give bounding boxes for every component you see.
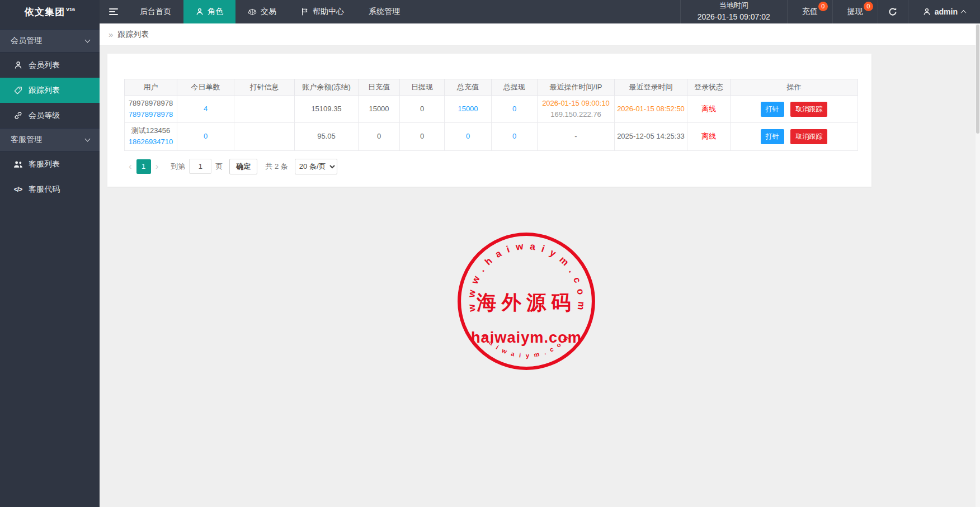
nav-item-roles[interactable]: 角色: [183, 0, 235, 23]
users-icon: [13, 160, 23, 168]
app-logo-title: 依文集团: [25, 6, 65, 18]
tag-icon: [13, 86, 23, 94]
col-today-orders: 今日单数: [177, 79, 234, 96]
cell-day-withdraw: 0: [400, 123, 445, 150]
col-balance: 账户余额(冻结): [295, 79, 359, 96]
tracking-table: 用户 今日单数 打针信息 账户余额(冻结) 日充值 日提现 总充值 总提现 最近…: [124, 79, 858, 151]
person-icon: [196, 8, 204, 16]
last-op-time: 2026-01-15 09:00:10: [540, 98, 612, 109]
main-content: » 跟踪列表 用户 今日单数 打针信息 账户余额(冻结) 日充值 日提现 总充值…: [100, 23, 980, 507]
user-name: 测试123456: [127, 125, 175, 136]
col-total-withdraw: 总提现: [492, 79, 538, 96]
sidebar-item-service-list[interactable]: 客服列表: [0, 151, 100, 177]
chevron-up-icon: [961, 10, 967, 15]
cell-total-recharge-link[interactable]: 0: [445, 123, 492, 150]
user-icon: [923, 8, 931, 16]
username: admin: [935, 7, 958, 16]
sidebar-collapse-icon[interactable]: [100, 0, 128, 23]
col-total-recharge: 总充值: [445, 79, 492, 96]
app-logo: 依文集团V16: [0, 0, 100, 23]
cell-day-withdraw: 0: [400, 96, 445, 123]
cancel-tracking-button[interactable]: 取消跟踪: [790, 129, 827, 144]
col-last-op-time-ip: 最近操作时间/IP: [538, 79, 615, 96]
cell-day-recharge: 15000: [359, 96, 400, 123]
vertical-scrollbar[interactable]: [976, 23, 980, 507]
col-user: 用户: [125, 79, 177, 96]
col-day-recharge: 日充值: [359, 79, 400, 96]
app-logo-version: V16: [66, 7, 75, 12]
user-name: 78978978978: [127, 98, 175, 109]
nav-item-dashboard[interactable]: 后台首页: [128, 0, 183, 23]
current-page-button[interactable]: 1: [136, 159, 151, 174]
total-count-label: 共 2 条: [265, 162, 288, 172]
sidebar: 会员管理 会员列表 跟踪列表 会员等级 客服管理 客服列表 </> 客服代码: [0, 23, 100, 507]
top-nav-menu: 后台首页 角色 交易 帮助中心 系统管理: [128, 0, 412, 23]
scrollbar-thumb[interactable]: [976, 25, 979, 134]
cell-last-op: -: [538, 123, 615, 150]
sidebar-item-member-list[interactable]: 会员列表: [0, 53, 100, 78]
nav-item-help-center[interactable]: 帮助中心: [289, 0, 356, 23]
local-time-block: 当地时间 2026-01-15 09:07:02: [680, 0, 787, 23]
withdraw-button[interactable]: 提现 0: [832, 0, 878, 23]
breadcrumb-arrows-icon: »: [109, 30, 113, 39]
person-icon: [13, 61, 23, 69]
user-phone-link[interactable]: 78978978978: [127, 109, 175, 120]
per-page-select[interactable]: 20 条/页: [295, 159, 337, 174]
cell-actions: 打针 取消跟踪: [731, 123, 858, 150]
nav-item-trade[interactable]: 交易: [235, 0, 289, 23]
cell-user: 78978978978 78978978978: [125, 96, 177, 123]
withdraw-badge: 0: [864, 2, 873, 11]
sidebar-item-member-level[interactable]: 会员等级: [0, 103, 100, 128]
user-phone-link[interactable]: 18626934710: [127, 136, 175, 148]
table-header-row: 用户 今日单数 打针信息 账户余额(冻结) 日充值 日提现 总充值 总提现 最近…: [125, 79, 858, 96]
cell-total-withdraw-link[interactable]: 0: [492, 96, 538, 123]
user-menu[interactable]: admin: [908, 0, 980, 23]
local-time-label: 当地时间: [698, 0, 770, 11]
cell-inject-info: [234, 123, 295, 150]
next-page-icon[interactable]: ›: [151, 161, 163, 172]
local-time-value: 2026-01-15 09:07:02: [698, 11, 770, 23]
link-icon: [13, 111, 23, 120]
breadcrumb: » 跟踪列表: [100, 23, 980, 46]
cell-today-orders-link[interactable]: 0: [177, 123, 234, 150]
topbar-right: 当地时间 2026-01-15 09:07:02 充值 0 提现 0 admin: [680, 0, 980, 23]
cell-inject-info: [234, 96, 295, 123]
cell-actions: 打针 取消跟踪: [731, 96, 858, 123]
flag-icon: [301, 8, 309, 16]
refresh-button[interactable]: [878, 0, 908, 23]
sidebar-item-service-code[interactable]: </> 客服代码: [0, 177, 100, 202]
col-inject-info: 打针信息: [234, 79, 295, 96]
col-last-login-time: 最近登录时间: [615, 79, 687, 96]
inject-button[interactable]: 打针: [761, 129, 784, 144]
col-day-withdraw: 日提现: [400, 79, 445, 96]
confirm-page-button[interactable]: 确定: [229, 159, 257, 174]
cell-last-op: 2026-01-15 09:00:10 169.150.222.76: [538, 96, 615, 123]
recharge-button[interactable]: 充值 0: [787, 0, 832, 23]
prev-page-icon[interactable]: ‹: [124, 161, 136, 172]
sidebar-group-member-management[interactable]: 会员管理: [0, 29, 100, 53]
cancel-tracking-button[interactable]: 取消跟踪: [790, 102, 827, 117]
scales-icon: [248, 8, 257, 16]
cell-balance: 95.05: [295, 123, 359, 150]
sidebar-item-tracking-list[interactable]: 跟踪列表: [0, 78, 100, 103]
cell-today-orders-link[interactable]: 4: [177, 96, 234, 123]
status-badge: 离线: [687, 96, 731, 123]
cell-last-login: 2025-12-05 14:25:33: [615, 123, 687, 150]
table-row: 78978978978 78978978978 4 15109.35 15000…: [125, 96, 858, 123]
code-icon: </>: [13, 186, 23, 193]
chevron-down-icon: [85, 37, 91, 42]
inject-button[interactable]: 打针: [761, 102, 784, 117]
chevron-down-icon: [85, 136, 91, 141]
breadcrumb-label: 跟踪列表: [117, 30, 149, 40]
tracking-list-card: 用户 今日单数 打针信息 账户余额(冻结) 日充值 日提现 总充值 总提现 最近…: [107, 54, 871, 187]
goto-page-input[interactable]: [189, 159, 211, 174]
sidebar-group-service-management[interactable]: 客服管理: [0, 128, 100, 151]
nav-item-system[interactable]: 系统管理: [356, 0, 412, 23]
col-actions: 操作: [731, 79, 858, 96]
top-navbar: 依文集团V16 后台首页 角色 交易 帮助中心 系统管理: [0, 0, 980, 23]
cell-last-login: 2026-01-15 08:52:50: [615, 96, 687, 123]
cell-total-withdraw-link[interactable]: 0: [492, 123, 538, 150]
cell-balance: 15109.35: [295, 96, 359, 123]
cell-total-recharge-link[interactable]: 15000: [445, 96, 492, 123]
cell-user: 测试123456 18626934710: [125, 123, 177, 150]
